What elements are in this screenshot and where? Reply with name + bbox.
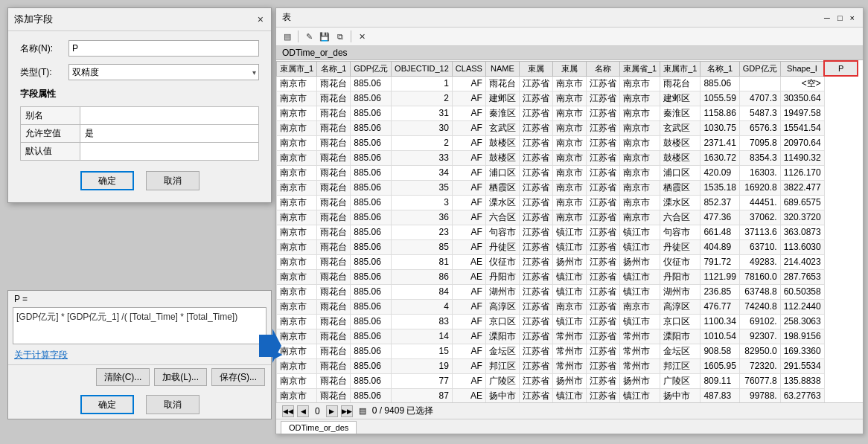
table-toolbar: ▤ ✎ 💾 ⧉ ✕ xyxy=(276,28,863,46)
table-cell: 南京市 xyxy=(277,210,317,225)
edit-icon[interactable]: ✎ xyxy=(302,30,316,43)
table-cell: 1 xyxy=(392,76,453,91)
table-cell: 江苏省 xyxy=(519,225,552,239)
nav-first-button[interactable]: ◀◀ xyxy=(282,405,294,417)
table-cell: 六合区 xyxy=(660,210,701,225)
table-cell: 南京市 xyxy=(277,106,317,120)
table-close-icon[interactable]: × xyxy=(848,13,857,22)
col-header-5: NAME xyxy=(485,61,519,76)
expr-confirm-button[interactable]: 确定 xyxy=(80,395,134,414)
table-name-label: ODTime_or_des xyxy=(282,48,348,58)
confirm-button[interactable]: 确定 xyxy=(80,171,134,190)
table-cell: 镇江市 xyxy=(552,239,586,254)
delete-icon[interactable]: ✕ xyxy=(355,30,368,43)
calc-field-link[interactable]: 关于计算字段 xyxy=(8,349,74,364)
table-cell: 404.89 xyxy=(701,239,739,254)
table-cell: 236.85 xyxy=(701,284,739,299)
expr-textbox[interactable]: [GDP亿元] * [GDP亿元_1] /( [Total_Time] * [T… xyxy=(13,307,267,344)
nav-next-button[interactable]: ▶ xyxy=(326,405,338,417)
table-cell: 雨花台 xyxy=(317,269,351,284)
nav-last-button[interactable]: ▶▶ xyxy=(341,405,353,417)
table-cell: 雨花台 xyxy=(317,299,351,314)
table-cell: 885.06 xyxy=(351,210,392,225)
close-button[interactable]: × xyxy=(256,13,265,25)
table-cell: 885.06 xyxy=(351,135,392,150)
table-cell: 扬州市 xyxy=(552,254,586,269)
table-cell: 87 xyxy=(392,388,453,402)
table-cell: 885.06 xyxy=(351,373,392,388)
table-cell: 1535.18 xyxy=(701,180,739,195)
name-row: 名称(N): xyxy=(20,40,259,57)
table-cell: 江苏省 xyxy=(519,195,552,210)
save-button[interactable]: 保存(S)... xyxy=(211,368,265,386)
name-input[interactable] xyxy=(68,40,259,57)
table-cell: 南京市 xyxy=(277,165,317,180)
table-cell: 江苏省 xyxy=(519,91,552,106)
table-cell: 雨花台 xyxy=(317,180,351,195)
table-cell: 1158.86 xyxy=(701,106,739,120)
table-cell: 23 xyxy=(392,225,453,239)
table-cell: 885.06 xyxy=(351,120,392,135)
col-header-3: OBJECTID_12 xyxy=(392,61,453,76)
expr-cancel-button[interactable]: 取消 xyxy=(146,395,200,414)
page-number: 0 xyxy=(312,406,323,416)
table-row: 南京市雨花台885.0636AF六合区江苏省南京市江苏省南京市六合区477.36… xyxy=(277,210,858,225)
data-table-container[interactable]: 束属市_1 名称_1 GDP亿元 OBJECTID_12 CLASS NAME … xyxy=(276,60,863,402)
table-cell: 南京市 xyxy=(619,299,660,314)
table-cell: 南京市 xyxy=(277,254,317,269)
table-cell: 高淳区 xyxy=(660,299,701,314)
table-cell: AF xyxy=(452,120,485,135)
table-cell: <空> xyxy=(780,76,824,91)
table-cell: 1630.72 xyxy=(701,150,739,165)
table-cell: 南京市 xyxy=(552,299,586,314)
table-cell: 扬中市 xyxy=(660,388,701,402)
table-cell: 4 xyxy=(392,299,453,314)
table-cell: 南京市 xyxy=(619,210,660,225)
minimize-icon[interactable]: ─ xyxy=(822,13,832,22)
table-cell: 镇江市 xyxy=(552,284,586,299)
table-cell: 63748.8 xyxy=(739,284,780,299)
table-cell: 320.3720 xyxy=(780,210,824,225)
table-cell: 6576.3 xyxy=(739,120,780,135)
table-cell: 广陵区 xyxy=(485,373,519,388)
save-icon[interactable]: 💾 xyxy=(318,30,331,43)
table-cell: 建邺区 xyxy=(660,91,701,106)
table-cell: 常州市 xyxy=(619,329,660,344)
table-cell: 2 xyxy=(392,91,453,106)
cancel-button[interactable]: 取消 xyxy=(146,171,200,190)
table-cell: 1055.59 xyxy=(701,91,739,106)
table-icon[interactable]: ▤ xyxy=(281,30,294,43)
restore-icon[interactable]: □ xyxy=(835,13,845,22)
table-cell: 南京市 xyxy=(552,135,586,150)
table-cell: 江苏省 xyxy=(586,269,619,284)
table-cell: 江苏省 xyxy=(586,120,619,135)
table-cell: 扬州市 xyxy=(552,373,586,388)
table-cell: 雨花台 xyxy=(317,91,351,106)
load-button[interactable]: 加载(L)... xyxy=(154,368,207,386)
table-cell: 291.5534 xyxy=(780,358,824,373)
table-cell: 镇江市 xyxy=(552,269,586,284)
table-cell: 南京市 xyxy=(277,150,317,165)
table-cell: AF xyxy=(452,165,485,180)
default-value xyxy=(80,143,259,161)
table-cell: 3 xyxy=(392,195,453,210)
table-cell: 885.06 xyxy=(351,344,392,358)
table-tab[interactable]: ODTime_or_des xyxy=(281,421,357,434)
table-cell: 南京市 xyxy=(619,150,660,165)
table-cell: 雨花台 xyxy=(317,165,351,180)
table-cell: 84 xyxy=(392,284,453,299)
table-cell: 南京市 xyxy=(277,388,317,402)
clear-button[interactable]: 清除(C)... xyxy=(96,368,150,386)
table-cell: 南京市 xyxy=(552,165,586,180)
table-cell: 885.06 xyxy=(351,299,392,314)
type-select[interactable]: 双精度 xyxy=(68,64,259,80)
table-cell: 南京市 xyxy=(619,106,660,120)
table-cell: 京口区 xyxy=(485,314,519,329)
col-header-11: 名称_1 xyxy=(701,61,739,76)
table-cell xyxy=(739,76,780,91)
copy-icon[interactable]: ⧉ xyxy=(334,30,347,43)
nav-prev-button[interactable]: ◀ xyxy=(297,405,309,417)
table-cell: AF xyxy=(452,358,485,373)
table-cell: 南京市 xyxy=(277,225,317,239)
table-cell: 113.6030 xyxy=(780,239,824,254)
